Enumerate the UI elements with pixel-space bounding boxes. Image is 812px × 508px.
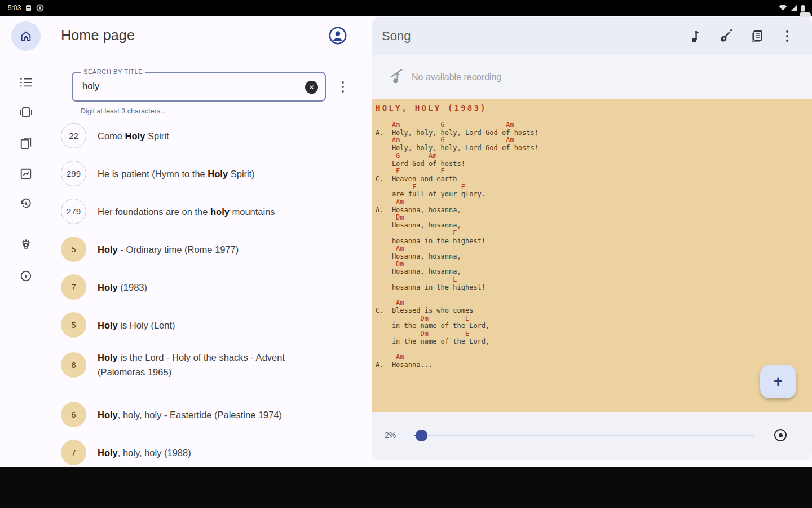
lyric-line: Holy, holy, holy, Lord God of hosts! [376, 144, 539, 152]
chord-line: Am [376, 353, 539, 361]
wifi-icon [779, 5, 787, 11]
music-off-icon [389, 69, 406, 86]
song-number-badge: 6 [61, 352, 86, 378]
chords-guitar-button[interactable] [718, 28, 734, 44]
battery-icon [801, 5, 805, 12]
chord-line: Dm [376, 214, 539, 222]
copy-sheet-button[interactable] [749, 28, 765, 44]
history-icon [20, 198, 32, 211]
song-result-row[interactable]: 6Holy, holy, holy - Eastertide (Palestin… [61, 402, 372, 427]
search-helper-text: Digit at least 3 characters... [81, 107, 166, 115]
scrollbar[interactable] [800, 12, 811, 17]
chord-line: Dm E [376, 315, 539, 323]
plus-icon: + [774, 373, 783, 391]
account-button[interactable] [328, 26, 347, 45]
chord-line: Am [376, 245, 539, 253]
zoom-slider-track[interactable] [414, 435, 754, 436]
song-header: Song [372, 17, 812, 55]
nav-settings-button[interactable] [10, 230, 42, 260]
search-input[interactable]: holy [82, 81, 99, 91]
signal-icon [790, 5, 798, 11]
song-result-row[interactable]: 5Holy is Holy (Lent) [61, 312, 372, 338]
add-button[interactable]: + [760, 365, 796, 398]
song-result-row[interactable]: 7Holy, holy, holy (1988) [61, 440, 372, 465]
song-result-title: Holy is the Lord - Holy of the shacks - … [98, 350, 323, 379]
song-result-row[interactable]: 22Come Holy Spirit [61, 123, 372, 148]
home-icon [20, 30, 32, 42]
rail-divider [16, 224, 36, 224]
account-circle-icon [328, 26, 347, 45]
lyric-line: C. Blessed is who comes [376, 307, 539, 315]
zoom-bar: 2% [372, 412, 812, 460]
song-result-row[interactable]: 5Holy - Ordinary time (Rome 1977) [61, 237, 372, 262]
chord-line: Am [376, 299, 539, 307]
notification-icon [25, 5, 32, 12]
lyric-line: A. Holy, holy, holy, Lord God of hosts! [376, 129, 539, 137]
song-number-badge: 5 [61, 237, 86, 262]
song-result-title: Holy is Holy (Lent) [98, 318, 175, 332]
lyric-line: are full of your glory. [376, 191, 539, 199]
song-result-title: He is patient (Hymn to the Holy Spirit) [98, 167, 255, 181]
song-number-badge: 7 [61, 440, 86, 465]
status-time: 5:03 [8, 4, 21, 12]
search-field[interactable]: SEARCH BY TITLE holy ✕ [72, 72, 326, 102]
chord-line: Am [376, 199, 539, 207]
recording-status-text: No available recording [412, 72, 501, 82]
carousel-icon [19, 106, 33, 119]
clear-search-button[interactable]: ✕ [305, 81, 318, 94]
chord-line: Am G Am [376, 121, 539, 129]
song-result-title: Holy, holy, holy (1988) [98, 445, 191, 460]
nav-history-button[interactable] [10, 190, 42, 219]
zoom-slider-thumb[interactable] [416, 430, 427, 441]
song-overflow-menu-button[interactable] [779, 28, 795, 44]
sheet-song-title: HOLY, HOLY (1983) [376, 103, 487, 112]
chord-line: Dm E [376, 330, 539, 338]
song-number-badge: 6 [61, 402, 86, 427]
song-result-row[interactable]: 7Holy (1983) [61, 274, 372, 300]
chord-line: F E [376, 183, 539, 191]
lyric-line: in the name of the Lord, [376, 338, 539, 346]
search-field-label: SEARCH BY TITLE [81, 68, 145, 75]
lyric-line: hosanna in the highest! [376, 284, 539, 292]
search-options-button[interactable] [339, 79, 347, 95]
song-result-row[interactable]: 279Her foundations are on the holy mount… [61, 199, 372, 224]
song-result-row[interactable]: 6Holy is the Lord - Holy of the shacks -… [61, 350, 372, 379]
song-result-title: Holy - Ordinary time (Rome 1977) [98, 242, 239, 257]
close-icon: ✕ [308, 84, 314, 91]
chord-sheet: HOLY, HOLY (1983) Am G AmA. Holy, holy, … [372, 99, 812, 412]
record-dot-icon [779, 433, 783, 437]
song-number-badge: 299 [61, 161, 86, 186]
nav-rail [10, 16, 42, 467]
pages-icon [20, 137, 32, 150]
lyric-line: C. Heaven and earth [376, 176, 539, 183]
lyric-line: in the name of the Lord, [376, 322, 539, 330]
copy-icon [750, 29, 764, 43]
song-panel: Song No available recording HOLY, HOLY (… [372, 17, 812, 460]
recording-row: No available recording [372, 55, 812, 99]
song-panel-title: Song [382, 29, 411, 43]
nav-presentation-button[interactable] [10, 98, 42, 127]
song-result-title: Come Holy Spirit [98, 129, 169, 143]
auto-scroll-button[interactable] [774, 429, 787, 441]
chord-line: Dm [376, 261, 539, 269]
notification-icon [36, 4, 44, 12]
chord-line: E [376, 276, 539, 284]
info-icon [20, 270, 32, 282]
transpose-note-button[interactable] [688, 28, 704, 44]
lyric-line: Hosanna, hosanna, [376, 253, 539, 261]
blank-line [376, 291, 539, 299]
nav-info-button[interactable] [10, 261, 42, 291]
song-number-badge: 279 [61, 199, 86, 224]
nav-home-button[interactable] [11, 21, 41, 51]
music-note-icon [690, 29, 701, 43]
zoom-percent-label: 2% [385, 431, 396, 440]
nav-books-button[interactable] [10, 129, 42, 158]
lyric-line: Lord God of hosts! [376, 160, 539, 168]
nav-editor-button[interactable] [10, 159, 42, 189]
song-result-title: Her foundations are on the holy mountain… [98, 204, 275, 219]
song-result-row[interactable]: 299He is patient (Hymn to the Holy Spiri… [61, 161, 372, 186]
song-number-badge: 22 [61, 123, 86, 148]
blank-line [376, 345, 539, 353]
nav-index-button[interactable] [10, 68, 42, 97]
status-bar: 5:03 [0, 0, 812, 16]
